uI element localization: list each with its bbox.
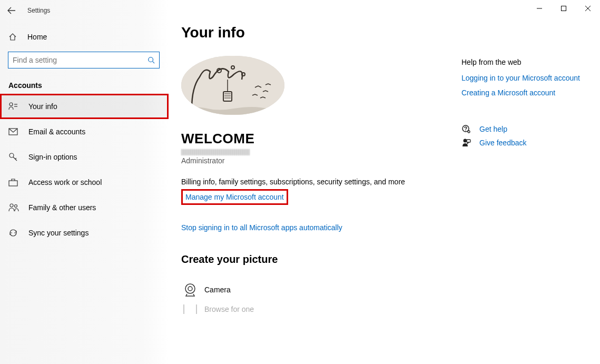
titlebar-left: Settings: [0, 0, 169, 21]
sidebar-item-label: Access work or school: [28, 178, 102, 186]
svg-point-29: [468, 131, 470, 133]
svg-rect-31: [467, 140, 470, 142]
svg-rect-26: [184, 304, 196, 314]
your-info-icon: [8, 102, 19, 111]
get-help-icon: [461, 124, 472, 134]
svg-point-10: [10, 204, 13, 207]
maximize-button[interactable]: [552, 0, 576, 17]
sidebar-item-label: Sign-in options: [28, 153, 77, 161]
briefcase-icon: [8, 178, 19, 186]
search-wrap: [8, 52, 161, 68]
arrow-left-icon: [7, 6, 16, 15]
camera-label: Camera: [204, 286, 231, 294]
svg-point-6: [9, 153, 14, 158]
browse-label: Browse for one: [204, 305, 254, 313]
search-box[interactable]: [8, 52, 160, 68]
key-icon: [8, 152, 19, 162]
sidebar-item-label: Sync your settings: [28, 229, 88, 237]
stop-signin-link[interactable]: Stop signing in to all Microsoft apps au…: [181, 223, 342, 232]
svg-point-2: [9, 103, 13, 106]
sidebar: Settings Home Accounts Your info Email &…: [0, 0, 169, 364]
get-help-link[interactable]: Get help: [479, 125, 507, 133]
sidebar-item-family-users[interactable]: Family & other users: [0, 195, 169, 220]
svg-line-1: [153, 62, 155, 64]
feedback-icon: [461, 138, 472, 147]
window-controls: [527, 0, 600, 17]
help-header: Help from the web: [461, 58, 593, 66]
get-help-row[interactable]: Get help: [461, 124, 593, 134]
people-icon: [8, 203, 19, 212]
avatar-image: [181, 56, 284, 115]
svg-line-7: [13, 157, 17, 161]
email-icon: [8, 128, 19, 135]
sidebar-item-signin-options[interactable]: Sign-in options: [0, 144, 169, 170]
maximize-icon: [561, 6, 566, 11]
svg-line-8: [15, 158, 16, 159]
minimize-button[interactable]: [527, 0, 552, 17]
manage-account-link[interactable]: Manage my Microsoft account: [185, 193, 284, 201]
profile-picture: [181, 56, 284, 115]
main-column: WELCOME Administrator Billing info, fami…: [181, 56, 455, 316]
sidebar-item-label: Email & accounts: [28, 127, 85, 136]
sidebar-item-label: Family & other users: [28, 203, 96, 212]
user-email-redacted: [181, 149, 250, 155]
svg-point-28: [465, 130, 466, 131]
home-icon: [8, 33, 19, 41]
sidebar-item-label: Your info: [28, 102, 57, 111]
browse-icon: [181, 304, 199, 314]
give-feedback-row[interactable]: Give feedback: [461, 138, 593, 147]
browse-row[interactable]: Browse for one: [181, 304, 455, 314]
create-picture-heading: Create your picture: [181, 253, 455, 265]
sidebar-item-sync-settings[interactable]: Sync your settings: [0, 220, 169, 245]
svg-rect-16: [181, 56, 284, 115]
user-name: WELCOME: [181, 131, 455, 147]
svg-point-11: [15, 205, 17, 208]
search-input[interactable]: [13, 56, 147, 64]
sidebar-section-header: Accounts: [0, 75, 169, 94]
close-button[interactable]: [576, 0, 600, 17]
minimize-icon: [537, 6, 542, 11]
billing-description: Billing info, family settings, subscript…: [181, 178, 455, 186]
help-link-create[interactable]: Creating a Microsoft account: [461, 88, 593, 97]
camera-icon: [181, 282, 199, 297]
svg-rect-9: [9, 181, 17, 186]
main-content: Your info WELCOME Administrat: [169, 0, 600, 364]
svg-point-0: [149, 57, 153, 62]
sidebar-item-access-work-school[interactable]: Access work or school: [0, 170, 169, 195]
camera-row[interactable]: Camera: [181, 277, 455, 302]
svg-rect-13: [562, 6, 566, 11]
svg-point-25: [188, 287, 192, 291]
search-icon: [147, 56, 155, 64]
home-label: Home: [27, 33, 47, 41]
sidebar-home[interactable]: Home: [0, 26, 169, 47]
give-feedback-link[interactable]: Give feedback: [479, 139, 527, 147]
sidebar-item-email-accounts[interactable]: Email & accounts: [0, 119, 169, 144]
user-role: Administrator: [181, 156, 455, 165]
app-title: Settings: [27, 7, 50, 14]
close-icon: [585, 6, 591, 11]
help-link-login[interactable]: Logging in to your Microsoft account: [461, 74, 593, 82]
sidebar-item-your-info[interactable]: Your info: [0, 94, 169, 119]
sync-icon: [8, 228, 19, 238]
manage-account-highlight: Manage my Microsoft account: [181, 189, 288, 205]
help-column: Help from the web Logging in to your Mic…: [461, 56, 593, 316]
back-button[interactable]: [0, 0, 23, 21]
svg-point-24: [185, 284, 195, 293]
